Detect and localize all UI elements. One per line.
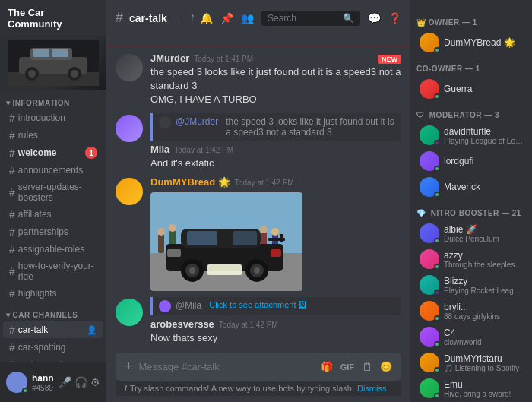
headphone-icon[interactable]: 🎧 bbox=[74, 376, 87, 388]
hash-icon: # bbox=[9, 112, 15, 124]
member-item[interactable]: lordgufi bbox=[413, 149, 529, 173]
channel-how-to-verify-your-ride[interactable]: # how-to-verify-your-ride bbox=[3, 258, 103, 284]
car-talk-user-icon: 👤 bbox=[87, 325, 97, 335]
svg-rect-12 bbox=[158, 234, 164, 253]
member-avatar bbox=[420, 151, 439, 171]
channel-affiliates[interactable]: # affiliates bbox=[3, 206, 103, 223]
member-status: Dulce Periculum bbox=[444, 235, 523, 243]
member-item[interactable]: Emu Hive, bring a sword! bbox=[413, 376, 529, 400]
channel-welcome[interactable]: # welcome 1 bbox=[3, 144, 103, 161]
member-avatar bbox=[420, 353, 439, 372]
avatar bbox=[116, 54, 143, 81]
svg-rect-32 bbox=[207, 264, 242, 275]
member-item[interactable]: Guerra bbox=[413, 77, 529, 101]
channel-server-updates-boosters[interactable]: # server-updates-boosters bbox=[3, 179, 103, 205]
hashtag-icon[interactable]: 🔔 bbox=[200, 12, 213, 24]
channel-assignable-roles[interactable]: # assignable-roles bbox=[3, 241, 103, 258]
sticker-icon[interactable]: 🗒 bbox=[362, 361, 372, 373]
add-file-icon[interactable]: + bbox=[125, 359, 133, 375]
gif-button[interactable]: GIF bbox=[340, 362, 354, 372]
slash-dismiss-link[interactable]: Dismiss bbox=[357, 384, 387, 393]
member-info: azzy Through the sleeplessness nig... bbox=[444, 250, 523, 269]
member-item[interactable]: DumMYBread 🌟 bbox=[413, 30, 529, 55]
nitro-icon: 💎 bbox=[416, 209, 426, 217]
status-dot bbox=[434, 192, 440, 198]
hash-icon: # bbox=[9, 341, 15, 353]
channel-introduction[interactable]: # introduction bbox=[3, 109, 103, 126]
member-name: albie 🚀 bbox=[444, 224, 523, 235]
member-name: Emu bbox=[444, 379, 523, 390]
member-name: C4 bbox=[444, 328, 523, 338]
slash-icon: / bbox=[125, 384, 127, 393]
member-item[interactable]: bryli... 88 days girlykins bbox=[413, 299, 529, 323]
member-item[interactable]: C4 clownworld bbox=[413, 324, 529, 349]
hash-icon: # bbox=[9, 208, 15, 220]
member-avatar bbox=[420, 378, 439, 398]
user-panel: hannswsxdn #4589 🎤 🎧 ⚙ bbox=[0, 362, 106, 402]
server-name[interactable]: The Car Community bbox=[0, 0, 106, 36]
message-group: @JMurder the speed 3 looks like it just … bbox=[106, 110, 410, 173]
quoted-avatar bbox=[159, 116, 171, 128]
message-time: Today at 1:42 PM bbox=[235, 179, 294, 187]
svg-point-28 bbox=[189, 267, 195, 274]
quoted-text: the speed 3 looks like it just found out… bbox=[226, 116, 395, 138]
message-input-area: + 🎁 GIF 🗒 😊 / Try slash commands! A new … bbox=[106, 347, 410, 402]
member-item[interactable]: albie 🚀 Dulce Periculum bbox=[413, 221, 529, 245]
channel-motorsports[interactable]: # motorsports bbox=[3, 356, 103, 362]
svg-point-15 bbox=[169, 224, 176, 232]
search-box[interactable]: 🔍 bbox=[261, 11, 360, 26]
notification-icon[interactable]: 📌 bbox=[220, 12, 233, 24]
message-text: the speed 3 looks like it just found out… bbox=[150, 65, 401, 93]
hash-icon: # bbox=[9, 186, 15, 198]
channel-car-spotting[interactable]: # car-spotting bbox=[3, 339, 103, 356]
moderator-icon: 🛡 bbox=[416, 111, 425, 119]
channel-car-talk[interactable]: # car-talk 👤 bbox=[3, 321, 103, 338]
new-badge: NEW bbox=[378, 55, 401, 64]
header-divider: | bbox=[178, 12, 180, 24]
channel-announcements[interactable]: # announcements bbox=[3, 162, 103, 179]
channel-rules[interactable]: # rules bbox=[3, 127, 103, 144]
gift-icon[interactable]: 🎁 bbox=[321, 361, 333, 372]
slash-notice-text: Try slash commands! A new way to use bot… bbox=[130, 384, 354, 393]
message-input[interactable] bbox=[139, 361, 315, 372]
status-dot bbox=[434, 140, 440, 146]
member-sidebar: 👑 OWNER — 1 DumMYBread 🌟 CO-OWNER — 1 Gu… bbox=[410, 0, 532, 402]
status-dot bbox=[434, 290, 440, 296]
message-author: JMurder bbox=[150, 52, 189, 64]
message-group: JMurder Today at 1:41 PM NEW the speed 3… bbox=[106, 46, 410, 110]
category-information[interactable]: ▾ INFORMATION bbox=[0, 96, 106, 109]
member-item[interactable]: Blizzy Playing Rocket League 🎮 bbox=[413, 273, 529, 297]
status-dot bbox=[434, 264, 440, 270]
emoji-icon[interactable]: 😊 bbox=[380, 361, 392, 372]
hash-icon: # bbox=[9, 287, 15, 299]
member-info: Emu Hive, bring a sword! bbox=[444, 379, 523, 398]
message-time: Today at 1:42 PM bbox=[174, 146, 233, 154]
channel-highlights[interactable]: # highlights bbox=[3, 285, 103, 302]
member-avatar bbox=[420, 125, 439, 145]
member-info: lordgufi bbox=[444, 156, 523, 166]
help-icon[interactable]: ❓ bbox=[388, 12, 401, 24]
member-item[interactable]: azzy Through the sleeplessness nig... bbox=[413, 247, 529, 271]
current-user-discriminator: #4589 bbox=[32, 384, 54, 392]
member-item[interactable]: davidnturtle Playing League of Legends 🎮 bbox=[413, 123, 529, 147]
channel-partnerships[interactable]: # partnerships bbox=[3, 223, 103, 240]
status-dot bbox=[434, 47, 440, 53]
settings-icon[interactable]: ⚙ bbox=[90, 376, 100, 388]
quoted-mila-label: @Mila bbox=[176, 300, 201, 311]
inbox-icon[interactable]: 💬 bbox=[368, 12, 381, 24]
message-group: DumMYBread 🌟 Today at 1:42 PM bbox=[106, 173, 410, 294]
members-icon[interactable]: 👥 bbox=[241, 12, 254, 24]
hash-icon: # bbox=[9, 265, 15, 277]
hash-icon: # bbox=[9, 226, 15, 238]
svg-rect-25 bbox=[271, 249, 281, 257]
member-item[interactable]: DumMYristaru 🎵 Listening to Spotify bbox=[413, 350, 529, 375]
category-car-channels[interactable]: ▾ CAR CHANNELS bbox=[0, 308, 106, 321]
message-input-box: + 🎁 GIF 🗒 😊 bbox=[116, 353, 401, 381]
message-author: DumMYBread 🌟 bbox=[150, 176, 230, 188]
member-item[interactable]: Maverick bbox=[413, 175, 529, 199]
search-input[interactable] bbox=[268, 13, 340, 24]
input-icons: 🎁 GIF 🗒 😊 bbox=[321, 361, 392, 373]
member-info: Blizzy Playing Rocket League 🎮 bbox=[444, 276, 523, 295]
message-author: arobesversse bbox=[150, 318, 214, 330]
mic-icon[interactable]: 🎤 bbox=[59, 376, 71, 388]
